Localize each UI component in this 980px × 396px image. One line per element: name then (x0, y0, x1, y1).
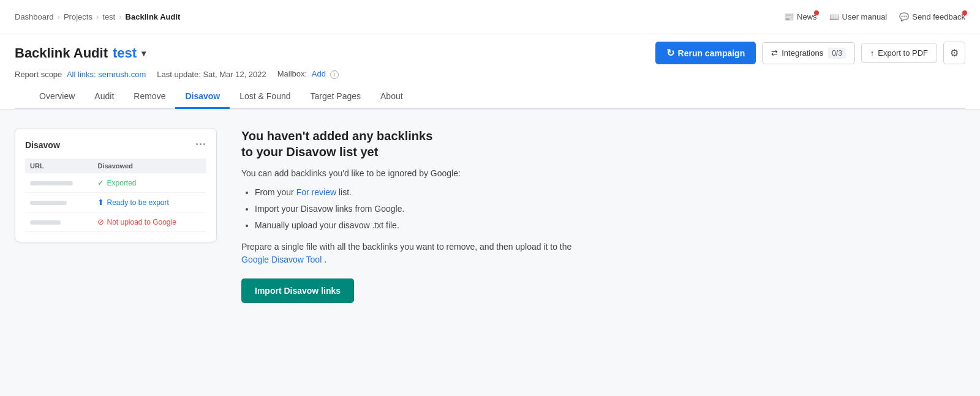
send-feedback-icon: 💬 (899, 12, 909, 21)
for-review-link[interactable]: For review (296, 187, 336, 197)
breadcrumb: Dashboard › Projects › test › Backlink A… (15, 12, 180, 21)
page-title: Backlink Audit test ▾ (15, 45, 146, 61)
list-item-1: From your For review list. (255, 186, 598, 199)
breadcrumb-sep3: › (119, 12, 121, 21)
import-disavow-links-button[interactable]: Import Disavow links (241, 278, 354, 303)
send-feedback-label: Send feedback (912, 12, 965, 21)
not-upload-label: Not upload to Google (107, 218, 176, 226)
user-manual-icon: 📖 (829, 12, 839, 21)
block-icon: ⊘ (97, 217, 104, 226)
rerun-campaign-button[interactable]: ↻ Rerun campaign (655, 42, 756, 64)
page-header: Backlink Audit test ▾ ↻ Rerun campaign ⇄… (0, 34, 980, 110)
list-item-3: Manually upload your disavow .txt file. (255, 219, 598, 232)
illus-title: Disavow (25, 140, 60, 150)
integrations-button[interactable]: ⇄ Integrations 0/3 (762, 42, 855, 64)
disavow-illustration-card: Disavow ··· URL Disavowed ✓ Exported (15, 128, 217, 242)
report-scope-label: Report scope All links: semrush.com (15, 70, 146, 79)
tab-about[interactable]: About (371, 85, 413, 109)
tab-target-pages[interactable]: Target Pages (301, 85, 371, 109)
upload-icon: ⬆ (97, 198, 104, 207)
rerun-label: Rerun campaign (678, 48, 745, 58)
illus-col-disavowed: Disavowed (92, 159, 206, 173)
info-panel: You haven't added any backlinks to your … (241, 128, 598, 303)
settings-icon: ⚙ (950, 48, 959, 58)
breadcrumb-sep1: › (58, 12, 60, 21)
status-not-upload: ⊘ Not upload to Google (97, 217, 202, 226)
user-manual-label: User manual (842, 12, 888, 21)
export-icon: ↑ (870, 48, 875, 58)
header-actions: ↻ Rerun campaign ⇄ Integrations 0/3 ↑ Ex… (655, 42, 965, 64)
integrations-count: 0/3 (828, 48, 846, 59)
breadcrumb-dashboard[interactable]: Dashboard (15, 12, 54, 21)
tab-overview[interactable]: Overview (29, 85, 85, 109)
breadcrumb-test[interactable]: test (102, 12, 115, 21)
integrations-icon: ⇄ (771, 48, 778, 58)
url-bar-1 (30, 181, 73, 185)
news-link[interactable]: 📰 News (784, 12, 817, 21)
news-notification-dot (814, 10, 819, 15)
project-dropdown-arrow[interactable]: ▾ (141, 48, 146, 58)
mailbox-info-icon[interactable]: i (330, 70, 339, 79)
info-heading: You haven't added any backlinks to your … (241, 128, 598, 160)
ready-label: Ready to be export (107, 198, 168, 207)
user-manual-link[interactable]: 📖 User manual (829, 12, 888, 21)
info-body: Prepare a single file with all the backl… (241, 241, 598, 266)
exported-label: Exported (107, 179, 136, 187)
illus-table: URL Disavowed ✓ Exported (25, 159, 206, 232)
breadcrumb-sep2: › (96, 12, 99, 21)
status-ready: ⬆ Ready to be export (97, 198, 202, 207)
illus-menu-icon[interactable]: ··· (195, 138, 206, 151)
mailbox: Mailbox: Add i (277, 69, 339, 79)
feedback-notification-dot (962, 10, 967, 15)
topbar: Dashboard › Projects › test › Backlink A… (0, 0, 980, 34)
illus-row-2: ⬆ Ready to be export (25, 193, 206, 212)
url-bar-3 (30, 220, 61, 225)
export-pdf-button[interactable]: ↑ Export to PDF (861, 43, 937, 63)
main-content: Disavow ··· URL Disavowed ✓ Exported (0, 110, 612, 321)
illus-header: Disavow ··· (25, 138, 206, 151)
url-bar-2 (30, 201, 67, 205)
mailbox-add-link[interactable]: Add (312, 69, 326, 78)
news-badge: 📰 News (784, 12, 817, 21)
tab-audit[interactable]: Audit (85, 85, 124, 109)
illus-row-1: ✓ Exported (25, 173, 206, 193)
tab-remove[interactable]: Remove (124, 85, 175, 109)
info-list: From your For review list. Import your D… (241, 186, 598, 232)
status-exported: ✓ Exported (97, 178, 202, 187)
illus-row-3: ⊘ Not upload to Google (25, 212, 206, 232)
tab-disavow[interactable]: Disavow (175, 85, 230, 109)
project-badge: test (113, 45, 137, 61)
integrations-label: Integrations (782, 48, 823, 58)
last-update: Last update: Sat, Mar 12, 2022 (157, 70, 266, 79)
illus-col-url: URL (25, 159, 92, 173)
check-icon: ✓ (97, 178, 104, 187)
google-disavow-tool-link[interactable]: Google Disavow Tool (241, 255, 322, 264)
report-meta: Report scope All links: semrush.com Last… (15, 69, 965, 85)
list-item-2: Import your Disavow links from Google. (255, 203, 598, 215)
breadcrumb-projects[interactable]: Projects (64, 12, 92, 21)
topbar-right: 📰 News 📖 User manual 💬 Send feedback (784, 12, 965, 21)
page-header-top: Backlink Audit test ▾ ↻ Rerun campaign ⇄… (15, 42, 965, 64)
export-label: Export to PDF (878, 48, 928, 58)
breadcrumb-current: Backlink Audit (126, 12, 181, 21)
rerun-icon: ↻ (666, 47, 674, 59)
news-icon: 📰 (784, 12, 794, 21)
tab-lost-found[interactable]: Lost & Found (230, 85, 300, 109)
tabs-bar: Overview Audit Remove Disavow Lost & Fou… (15, 85, 965, 109)
settings-button[interactable]: ⚙ (943, 42, 965, 64)
page-title-text: Backlink Audit (15, 45, 108, 61)
info-intro: You can add backlinks you'd like to be i… (241, 167, 598, 180)
report-scope-link[interactable]: All links: semrush.com (67, 70, 146, 79)
send-feedback-link[interactable]: 💬 Send feedback (899, 12, 965, 21)
